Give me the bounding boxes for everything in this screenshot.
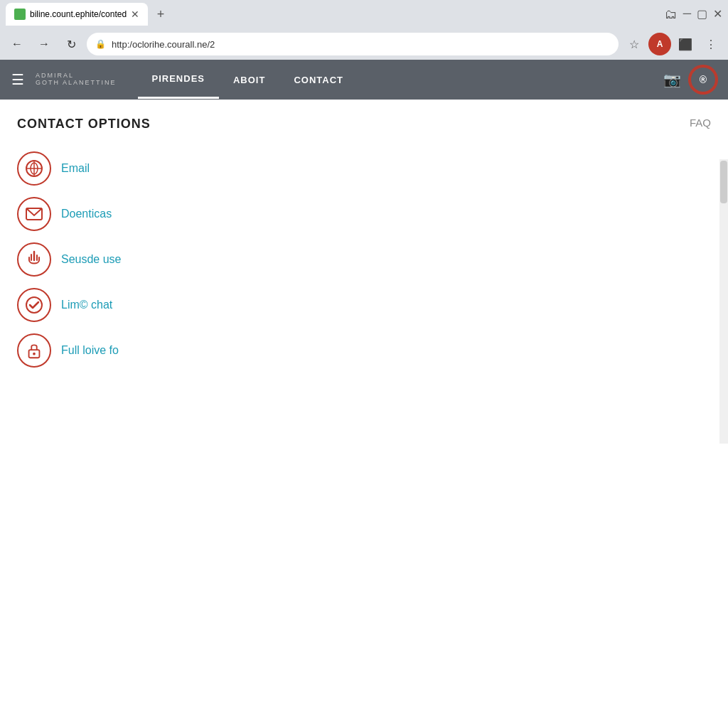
new-tab-button[interactable]: + <box>151 4 171 24</box>
address-bar[interactable]: 🔒 http:/oclorihe.courall.ne/2 <box>87 33 619 55</box>
limochat-label: Lim© chat <box>61 299 112 311</box>
doenticas-icon-circle <box>17 197 51 231</box>
scrollbar-thumb[interactable] <box>720 161 727 203</box>
close-button[interactable]: ✕ <box>713 7 722 22</box>
nav-link-pirendes[interactable]: PIRENDES <box>138 60 219 99</box>
page-title: CONTACT OPTIONS <box>17 117 711 132</box>
faq-link[interactable]: FAQ <box>690 117 711 129</box>
tab-title: biline.count.ephite/conted <box>30 9 127 19</box>
seusde-label: Seusde use <box>61 253 122 266</box>
contact-item-doenticas[interactable]: Doenticas <box>17 194 711 234</box>
check-circle-icon <box>25 296 43 314</box>
scrollbar[interactable] <box>719 159 728 444</box>
lock-icon: 🔒 <box>95 39 106 49</box>
profile-button[interactable]: A <box>648 33 671 55</box>
reload-button[interactable]: ↻ <box>60 33 82 55</box>
email-icon <box>25 159 43 178</box>
contact-item-fullloive[interactable]: Full loive fo <box>17 331 711 370</box>
hand-icon <box>26 250 42 269</box>
toolbar-right: ☆ A ⬛ ⋮ <box>623 33 722 55</box>
lock-icon <box>26 341 42 360</box>
contact-list: Email Doenticas <box>17 149 711 370</box>
tab-favicon <box>14 9 26 20</box>
contact-item-email[interactable]: Email <box>17 149 711 188</box>
site-nav: ☰ ADMIRAL GOTH ALANETTINE PIRENDES ABOIT… <box>0 60 728 100</box>
tab-close-button[interactable]: ✕ <box>131 9 139 20</box>
doenticas-label: Doenticas <box>61 208 112 220</box>
minimize-button[interactable]: ─ <box>683 7 691 22</box>
url-text: http:/oclorihe.courall.ne/2 <box>112 39 215 50</box>
register-button[interactable]: ® <box>690 66 717 93</box>
browser-titlebar: biline.count.ephite/conted ✕ + 🗂 ─ ▢ ✕ <box>0 0 728 28</box>
nav-right: 📷 ® <box>663 66 717 93</box>
browser-tabs: biline.count.ephite/conted ✕ + <box>6 3 171 26</box>
site-logo: ADMIRAL GOTH ALANETTINE <box>36 73 117 87</box>
browser-chrome: biline.count.ephite/conted ✕ + 🗂 ─ ▢ ✕ ←… <box>0 0 728 60</box>
browser-toolbar: ← → ↻ 🔒 http:/oclorihe.courall.ne/2 ☆ A … <box>0 28 728 60</box>
restore-button[interactable]: ▢ <box>697 7 707 22</box>
main-content: CONTACT OPTIONS FAQ Email <box>0 100 728 387</box>
files-icon[interactable]: 🗂 <box>665 7 678 22</box>
nav-links: PIRENDES ABOIT CONTACT <box>138 60 663 99</box>
active-tab[interactable]: biline.count.ephite/conted ✕ <box>6 3 148 26</box>
website: ☰ ADMIRAL GOTH ALANETTINE PIRENDES ABOIT… <box>0 60 728 387</box>
camera-icon[interactable]: 📷 <box>663 71 681 88</box>
extensions-button[interactable]: ⬛ <box>674 33 697 55</box>
email-label: Email <box>61 162 90 175</box>
limochat-icon-circle <box>17 288 51 322</box>
svg-point-7 <box>33 353 36 355</box>
fullloive-label: Full loive fo <box>61 344 119 357</box>
forward-button[interactable]: → <box>33 33 55 55</box>
nav-link-aboit[interactable]: ABOIT <box>219 62 279 98</box>
back-button[interactable]: ← <box>6 33 28 55</box>
svg-point-5 <box>26 297 42 313</box>
contact-item-seusde[interactable]: Seusde use <box>17 240 711 279</box>
hamburger-menu[interactable]: ☰ <box>11 71 24 88</box>
contact-item-limochat[interactable]: Lim© chat <box>17 285 711 325</box>
envelope-icon <box>25 206 43 222</box>
window-controls: 🗂 ─ ▢ ✕ <box>665 7 722 22</box>
email-icon-circle <box>17 151 51 186</box>
seusde-icon-circle <box>17 242 51 277</box>
menu-button[interactable]: ⋮ <box>700 33 722 55</box>
fullloive-icon-circle <box>17 333 51 368</box>
bookmark-button[interactable]: ☆ <box>623 33 646 55</box>
nav-link-contact[interactable]: CONTACT <box>279 62 358 98</box>
